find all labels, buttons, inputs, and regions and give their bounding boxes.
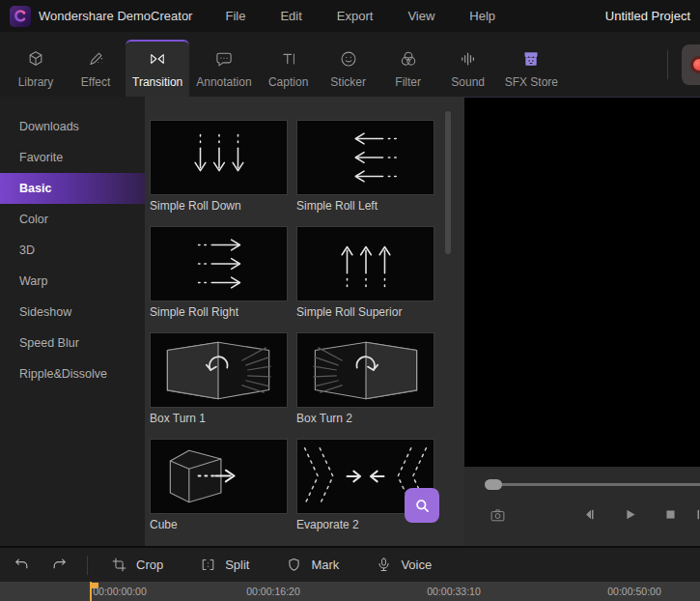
scrollbar[interactable] bbox=[445, 111, 451, 254]
tab-label: Sticker bbox=[330, 75, 366, 89]
tab-label: Annotation bbox=[196, 75, 251, 89]
seek-handle[interactable] bbox=[485, 479, 502, 490]
tab-transition[interactable]: Transition bbox=[126, 40, 189, 97]
sidebar-item-speed-blur[interactable]: Speed Blur bbox=[0, 328, 145, 358]
menu-view[interactable]: View bbox=[407, 9, 434, 23]
tab-sticker[interactable]: Sticker bbox=[319, 40, 378, 97]
redo-button[interactable] bbox=[51, 557, 68, 573]
tab-filter[interactable]: Filter bbox=[378, 40, 438, 97]
tool-label: Split bbox=[225, 558, 249, 572]
transition-item-simple-roll-superior[interactable]: Simple Roll Superior bbox=[296, 226, 434, 320]
transition-name: Box Turn 2 bbox=[296, 412, 434, 426]
transition-thumbnail[interactable] bbox=[150, 226, 288, 301]
menu-file[interactable]: File bbox=[225, 9, 245, 23]
transition-name: Simple Roll Left bbox=[296, 199, 434, 214]
mark-button[interactable]: Mark bbox=[286, 557, 339, 573]
seek-bar[interactable] bbox=[490, 483, 700, 486]
menu-edit[interactable]: Edit bbox=[280, 9, 301, 23]
democreator-logo-icon bbox=[10, 6, 31, 27]
tab-label: Effect bbox=[81, 75, 110, 89]
timeline-timestamp: 00:00:33:10 bbox=[427, 586, 480, 597]
transition-item-simple-roll-down[interactable]: Simple Roll Down bbox=[150, 120, 288, 214]
tool-label: Crop bbox=[136, 558, 163, 572]
tool-label: Mark bbox=[311, 558, 339, 572]
transition-item-cube[interactable]: Cube bbox=[150, 439, 288, 532]
previous-frame-button[interactable] bbox=[582, 507, 597, 522]
tab-label: Filter bbox=[395, 75, 421, 89]
split-icon bbox=[200, 557, 216, 573]
mark-icon bbox=[286, 557, 302, 573]
transition-item-box-turn-2[interactable]: Box Turn 2 bbox=[296, 332, 434, 426]
transition-name: Simple Roll Right bbox=[150, 305, 288, 320]
project-title: Untitled Project bbox=[605, 9, 692, 23]
transition-item-box-turn-1[interactable]: Box Turn 1 bbox=[150, 332, 288, 426]
menu-export[interactable]: Export bbox=[337, 9, 374, 23]
main-area: DownloadsFavoriteBasicColor3DWarpSidesho… bbox=[0, 97, 700, 546]
search-icon bbox=[413, 497, 432, 515]
snapshot-camera-icon bbox=[490, 507, 506, 524]
playback-controls bbox=[464, 467, 700, 546]
tab-caption[interactable]: Caption bbox=[259, 40, 319, 97]
voice-button[interactable]: Voice bbox=[376, 557, 432, 573]
sidebar-item-favorite[interactable]: Favorite bbox=[0, 142, 145, 173]
edit-toolbar: Crop Split Mark Voice bbox=[0, 546, 700, 582]
stop-button[interactable] bbox=[663, 507, 678, 522]
menu-bar: FileEditExportViewHelp bbox=[225, 9, 495, 23]
record-icon bbox=[690, 56, 700, 73]
crop-button[interactable]: Crop bbox=[111, 557, 163, 573]
timeline-timestamp: 00:00:00:00 bbox=[93, 586, 146, 597]
tab-annotation[interactable]: Annotation bbox=[189, 40, 258, 97]
stop-icon bbox=[663, 507, 678, 522]
split-button[interactable]: Split bbox=[200, 557, 249, 573]
menu-help[interactable]: Help bbox=[469, 9, 495, 23]
transition-name: Cube bbox=[150, 518, 288, 532]
tab-label: Library bbox=[18, 75, 54, 89]
transition-name: Simple Roll Down bbox=[150, 199, 288, 214]
transition-item-simple-roll-right[interactable]: Simple Roll Right bbox=[150, 226, 288, 320]
next-frame-icon bbox=[694, 507, 700, 522]
snapshot-button[interactable] bbox=[490, 507, 506, 524]
transition-thumbnail[interactable] bbox=[150, 120, 288, 195]
sidebar-item-warp[interactable]: Warp bbox=[0, 266, 145, 297]
sidebar-item-basic[interactable]: Basic bbox=[0, 173, 145, 204]
sidebar-item-3d[interactable]: 3D bbox=[0, 235, 145, 266]
tab-library[interactable]: Library bbox=[6, 40, 66, 97]
app-window: Wondershare DemoCreator FileEditExportVi… bbox=[0, 0, 700, 601]
transition-name: Simple Roll Superior bbox=[296, 305, 434, 320]
search-button[interactable] bbox=[405, 488, 439, 523]
record-button[interactable] bbox=[682, 44, 700, 85]
tab-sfx-store[interactable]: SFX Store bbox=[498, 40, 565, 97]
transition-thumbnail[interactable] bbox=[296, 120, 434, 195]
transitions-panel: Simple Roll Down Simple Roll Left Simple… bbox=[145, 97, 464, 546]
play-button[interactable] bbox=[623, 507, 637, 522]
tab-bar: Library Effect Transition Annotation Cap… bbox=[0, 32, 700, 97]
timeline-timestamp: 00:00:16:20 bbox=[246, 586, 299, 597]
next-frame-button[interactable] bbox=[694, 507, 700, 522]
sidebar-item-color[interactable]: Color bbox=[0, 204, 145, 235]
transition-thumbnail[interactable] bbox=[296, 226, 434, 301]
tab-label: Transition bbox=[132, 75, 182, 89]
redo-icon bbox=[51, 557, 68, 573]
tab-effect[interactable]: Effect bbox=[66, 40, 126, 97]
crop-icon bbox=[111, 557, 127, 573]
effect-pen-icon bbox=[86, 49, 105, 69]
sfx-store-icon bbox=[521, 49, 541, 69]
transition-thumbnail[interactable] bbox=[150, 332, 288, 408]
transition-name: Box Turn 1 bbox=[150, 412, 288, 426]
transition-thumbnail[interactable] bbox=[150, 439, 288, 514]
tab-sound[interactable]: Sound bbox=[438, 40, 498, 97]
timeline-ruler[interactable]: 00:00:00:0000:00:16:2000:00:33:1000:00:5… bbox=[0, 582, 700, 601]
sidebar-item-sideshow[interactable]: Sideshow bbox=[0, 297, 145, 328]
sidebar-item-downloads[interactable]: Downloads bbox=[0, 111, 145, 142]
playhead-marker[interactable] bbox=[90, 582, 92, 601]
library-cube-icon bbox=[26, 49, 45, 69]
tabbar-divider bbox=[667, 50, 668, 79]
transition-item-simple-roll-left[interactable]: Simple Roll Left bbox=[296, 120, 434, 214]
toolbar-divider bbox=[87, 556, 88, 575]
undo-button[interactable] bbox=[14, 557, 30, 573]
annotation-bubble-icon bbox=[214, 49, 234, 69]
sidebar-item-ripple-dissolve[interactable]: Ripple&Dissolve bbox=[0, 358, 145, 389]
preview-panel bbox=[464, 97, 700, 546]
tab-label: Caption bbox=[268, 75, 308, 89]
transition-thumbnail[interactable] bbox=[296, 332, 434, 408]
